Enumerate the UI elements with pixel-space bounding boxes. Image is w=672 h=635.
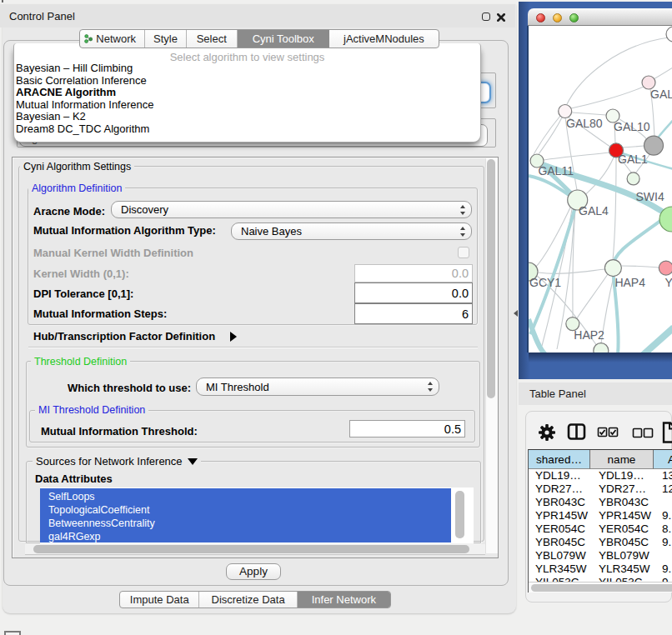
- svg-text:GAL1: GAL1: [618, 152, 648, 166]
- svg-text:GAL11: GAL11: [538, 164, 574, 178]
- svg-text:HAP2: HAP2: [574, 328, 604, 342]
- svg-text:GAL4: GAL4: [579, 204, 609, 218]
- svg-text:HAP4: HAP4: [614, 276, 645, 289]
- svg-text:GAL80: GAL80: [566, 117, 603, 130]
- svg-text:SWI4: SWI4: [636, 190, 664, 203]
- svg-text:GCY1: GCY1: [529, 276, 561, 289]
- svg-text:Y: Y: [665, 276, 672, 289]
- svg-text:GAL2: GAL2: [650, 88, 672, 101]
- svg-text:GAL10: GAL10: [614, 120, 650, 133]
